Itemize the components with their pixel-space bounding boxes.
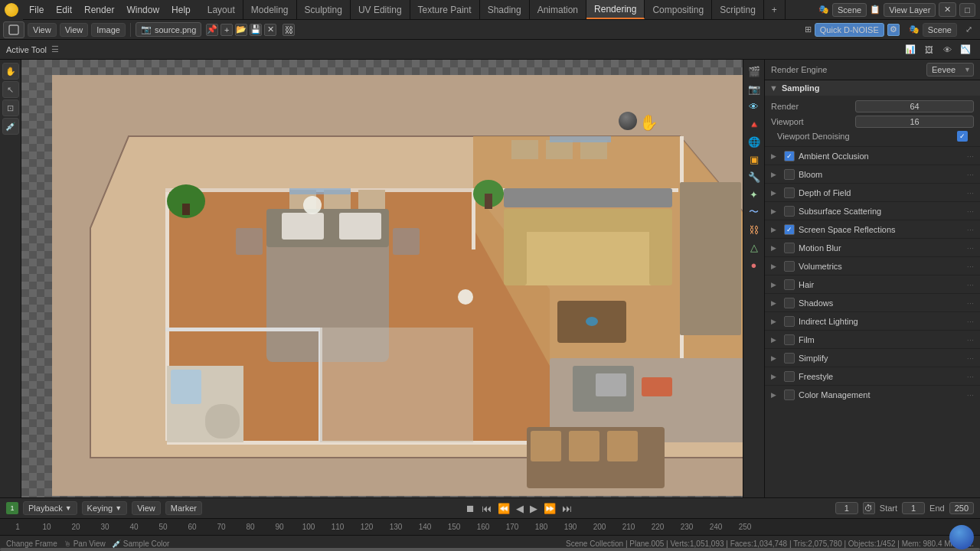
crop-tool[interactable]: ⊡ [2, 99, 19, 116]
tab-compositing[interactable]: Compositing [645, 0, 712, 19]
il-expand-arrow[interactable]: ▶ [771, 318, 780, 325]
object-properties-icon[interactable]: ▣ [746, 151, 763, 168]
save-icon[interactable]: 💾 [250, 24, 262, 36]
jump-end-btn[interactable]: ⏭ [560, 503, 573, 514]
dof-checkbox[interactable] [784, 187, 795, 198]
cursor-tool[interactable]: ↖ [2, 81, 19, 98]
tab-rendering[interactable]: Rendering [586, 0, 645, 19]
viewport-value[interactable]: 16 [855, 116, 974, 128]
hair-item[interactable]: ▶ Hair ··· [765, 275, 980, 293]
scope-settings-icon[interactable]: 📉 [957, 41, 974, 58]
open-icon[interactable]: 📂 [235, 24, 247, 36]
view2-menu-btn[interactable]: View [60, 23, 89, 37]
scene-properties-icon[interactable]: 🔺 [746, 116, 763, 132]
particles-properties-icon[interactable]: ✦ [746, 186, 763, 203]
object-data-properties-icon[interactable]: △ [746, 239, 763, 256]
simplify-checkbox[interactable] [784, 353, 795, 364]
menu-help[interactable]: Help [165, 0, 197, 19]
scope-icon[interactable]: 📊 [902, 41, 919, 58]
tab-scripting[interactable]: Scripting [712, 0, 764, 19]
depth-of-field-item[interactable]: ▶ Depth of Field ··· [765, 183, 980, 201]
bloom-checkbox[interactable] [784, 169, 795, 180]
sampling-section-header[interactable]: ▼ Sampling [765, 80, 980, 96]
fullscreen-icon[interactable]: ⤢ [960, 21, 977, 38]
cm-checkbox[interactable] [784, 390, 795, 400]
tab-animation[interactable]: Animation [530, 0, 586, 19]
image-editor-toggle[interactable] [3, 21, 24, 38]
freestyle-item[interactable]: ▶ Freestyle ··· [765, 367, 980, 385]
bloom-expand-arrow[interactable]: ▶ [771, 171, 780, 178]
ssr-checkbox[interactable]: ✓ [784, 224, 795, 235]
quick-denoise-btn[interactable]: Quick D-NOISE [815, 23, 884, 37]
tab-layout[interactable]: Layout [200, 0, 243, 19]
image-settings-icon[interactable]: 🖼 [920, 41, 937, 58]
simplify-item[interactable]: ▶ Simplify ··· [765, 348, 980, 367]
render-engine-select[interactable]: Eevee Cycles [926, 63, 974, 77]
vol-checkbox[interactable] [784, 261, 795, 272]
play-btn[interactable]: ▶ [528, 503, 539, 514]
image-menu-btn[interactable]: Image [91, 23, 126, 37]
constraints-properties-icon[interactable]: ⛓ [746, 221, 763, 238]
shadows-expand-arrow[interactable]: ▶ [771, 299, 780, 307]
marker-menu[interactable]: Marker [165, 501, 202, 515]
step-fwd-btn[interactable]: ⏩ [542, 503, 557, 514]
subsurface-scattering-item[interactable]: ▶ Subsurface Scattering ··· [765, 201, 980, 220]
bloom-item[interactable]: ▶ Bloom ··· [765, 165, 980, 183]
sss-checkbox[interactable] [784, 206, 795, 217]
render-value[interactable]: 64 [855, 100, 974, 112]
playback-menu[interactable]: Playback ▼ [23, 501, 77, 515]
ao-expand-arrow[interactable]: ▶ [771, 152, 780, 160]
link-icon[interactable]: ⛓ [283, 24, 295, 36]
freestyle-checkbox[interactable] [784, 371, 795, 382]
indirect-lighting-item[interactable]: ▶ Indirect Lighting ··· [765, 311, 980, 330]
vol-expand-arrow[interactable]: ▶ [771, 262, 780, 270]
view-menu-btn[interactable]: View [28, 23, 57, 37]
freestyle-expand-arrow[interactable]: ▶ [771, 373, 780, 380]
film-expand-arrow[interactable]: ▶ [771, 336, 780, 344]
sss-expand-arrow[interactable]: ▶ [771, 207, 780, 215]
hair-checkbox[interactable] [784, 279, 795, 290]
shadows-checkbox[interactable] [784, 298, 795, 308]
hair-expand-arrow[interactable]: ▶ [771, 281, 780, 289]
tab-modeling[interactable]: Modeling [243, 0, 297, 19]
ssr-item[interactable]: ▶ ✓ Screen Space Reflections ··· [765, 220, 980, 238]
viewport-denoising-checkbox[interactable]: ✓ [957, 131, 968, 142]
view-navigation-sphere[interactable] [619, 112, 637, 130]
shadows-item[interactable]: ▶ Shadows ··· [765, 293, 980, 311]
il-checkbox[interactable] [784, 316, 795, 327]
current-frame-display[interactable]: 1 [835, 502, 858, 514]
world-properties-icon[interactable]: 🌐 [746, 133, 763, 150]
ao-checkbox[interactable]: ✓ [784, 151, 795, 161]
pin-icon[interactable]: 📌 [206, 24, 218, 36]
tab-shading[interactable]: Shading [480, 0, 530, 19]
step-back-btn[interactable]: ⏪ [496, 503, 511, 514]
output-properties-icon[interactable]: 📷 [746, 80, 763, 97]
frame-marker-icon[interactable]: ⏱ [863, 502, 875, 514]
menu-file[interactable]: File [23, 0, 50, 19]
start-frame-display[interactable]: 1 [902, 502, 925, 514]
view-menu[interactable]: View [132, 501, 161, 515]
tab-texture-paint[interactable]: Texture Paint [410, 0, 480, 19]
maximize-btn[interactable]: □ [959, 3, 975, 17]
color-management-item[interactable]: ▶ Color Management ··· [765, 385, 980, 403]
end-frame-display[interactable]: 250 [949, 502, 974, 514]
tab-uv-editing[interactable]: UV Editing [351, 0, 410, 19]
scene-select-btn[interactable]: Scene [832, 3, 867, 17]
render-properties-icon[interactable]: 🎬 [746, 63, 763, 80]
simplify-expand-arrow[interactable]: ▶ [771, 354, 780, 362]
play-back-btn[interactable]: ◀ [514, 503, 525, 514]
menu-render[interactable]: Render [78, 0, 120, 19]
window-close-btn[interactable]: ✕ [939, 2, 956, 17]
view-layer-select-btn[interactable]: View Layer [884, 3, 936, 17]
stop-btn[interactable]: ⏹ [464, 503, 477, 514]
ssr-expand-arrow[interactable]: ▶ [771, 226, 780, 233]
material-properties-icon[interactable]: ● [746, 256, 763, 273]
film-checkbox[interactable] [784, 334, 795, 345]
menu-edit[interactable]: Edit [50, 0, 78, 19]
tab-sculpting[interactable]: Sculpting [297, 0, 351, 19]
view-settings-icon[interactable]: 👁 [939, 41, 956, 58]
modifier-properties-icon[interactable]: 🔧 [746, 168, 763, 185]
sample-tool[interactable]: 💉 [2, 118, 19, 135]
right-scene-select[interactable]: Scene [923, 23, 957, 37]
close-file-icon[interactable]: ✕ [264, 24, 276, 36]
